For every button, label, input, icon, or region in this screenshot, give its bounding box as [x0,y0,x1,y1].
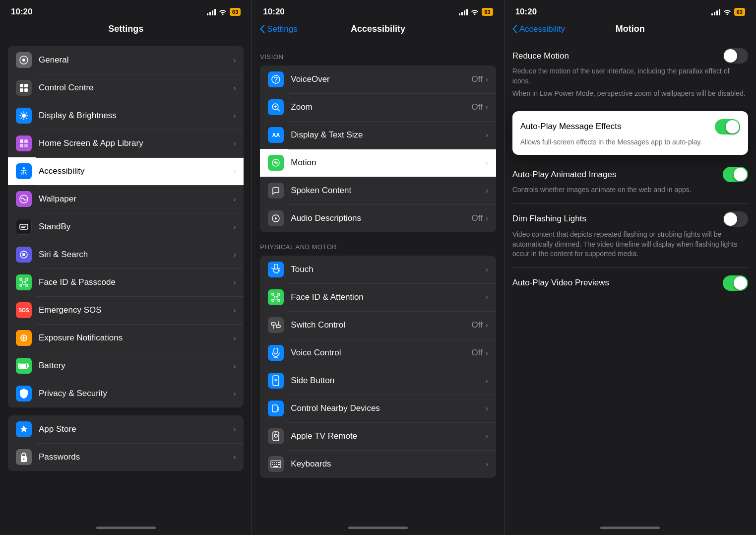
signal-icon-1 [207,8,216,15]
battery-2: 63 [482,8,493,16]
status-icons-3: 63 [711,8,745,16]
nav-bar-3: Accessibility Motion [504,20,756,40]
keyboards-chevron: › [486,460,488,468]
row-voice-control[interactable]: Voice Control Off › [260,339,496,367]
svg-rect-37 [272,299,274,301]
svg-point-1 [22,59,25,62]
dim-flashing-toggle[interactable] [723,211,748,227]
svg-rect-8 [24,139,28,143]
physical-group: Touch › Face ID & Attention › Switch Con… [260,256,496,478]
switch-control-chevron: › [486,321,488,329]
home-indicator-1 [0,520,252,535]
audio-desc-label: Audio Descriptions [291,213,471,223]
status-time-2: 10:20 [263,7,284,17]
zoom-value: Off [472,102,483,112]
row-audio-desc[interactable]: Audio Descriptions Off › [260,204,496,232]
row-touch[interactable]: Touch › [260,256,496,283]
battery-3: 63 [734,8,745,16]
row-emergency-sos[interactable]: SOS Emergency SOS › [8,296,244,324]
row-motion-highlighted[interactable]: Motion › [260,149,496,177]
svg-point-6 [22,114,26,118]
row-exposure[interactable]: Exposure Notifications › [8,324,244,352]
row-control-centre[interactable]: Control Centre › [8,74,244,102]
home-indicator-3 [504,520,756,535]
row-general[interactable]: General › [8,46,244,74]
standby-label: StandBy [39,222,234,232]
svg-point-51 [274,434,277,437]
dim-flashing-header: Dim Flashing Lights [512,211,748,227]
apple-tv-chevron: › [486,432,488,440]
app-store-label: App Store [39,424,234,434]
svg-rect-38 [278,299,280,301]
row-control-nearby[interactable]: Control Nearby Devices › [260,395,496,422]
vision-header: VISION [252,44,504,64]
svg-rect-20 [20,284,22,286]
exposure-label: Exposure Notifications [39,333,234,343]
control-nearby-icon [268,401,284,416]
row-spoken-content[interactable]: Spoken Content › [260,177,496,204]
row-battery[interactable]: Battery › [8,352,244,380]
row-apple-tv[interactable]: Apple TV Remote › [260,422,496,450]
row-siri[interactable]: Siri & Search › [8,241,244,268]
back-button-3[interactable]: Accessibility [512,24,566,34]
home-bar-2 [348,527,408,529]
auto-play-animated-header: Auto-Play Animated Images [512,167,748,182]
auto-play-message-card: Auto-Play Message Effects Allows full-sc… [512,111,748,155]
emergency-label: Emergency SOS [39,305,234,315]
row-accessibility[interactable]: Accessibility › [8,157,244,185]
svg-rect-35 [272,293,274,295]
auto-play-message-toggle[interactable] [715,119,740,134]
motion-label-acc: Motion [291,158,486,168]
svg-rect-14 [21,226,26,227]
row-privacy[interactable]: Privacy & Security › [8,380,244,407]
status-bar-2: 10:20 63 [252,0,504,20]
dim-flashing-item: Dim Flashing Lights Video content that d… [512,203,748,268]
motion-chevron: › [486,159,488,167]
reduce-motion-toggle[interactable] [723,48,748,64]
dim-flashing-thumb [724,212,737,226]
wallpaper-chevron: › [234,195,236,203]
row-display-text[interactable]: AA Display & Text Size › [260,121,496,149]
reduce-motion-item: Reduce Motion Reduce the motion of the u… [512,40,748,107]
motion-icon [268,155,284,171]
svg-rect-9 [20,144,23,147]
auto-play-animated-toggle[interactable] [723,167,748,182]
switch-control-value: Off [472,320,483,330]
switch-control-icon [268,317,284,333]
audio-desc-icon [268,210,284,226]
svg-rect-45 [274,348,278,354]
touch-icon [268,262,284,277]
siri-icon [16,247,32,263]
keyboards-icon [268,456,284,472]
privacy-chevron: › [234,390,236,398]
back-label-3: Accessibility [519,24,566,34]
row-passwords[interactable]: Passwords › [8,443,244,471]
row-display[interactable]: Display & Brightness › [8,102,244,130]
physical-header: PHYSICAL AND MOTOR [252,234,504,254]
accessibility-label: Accessibility [39,166,234,176]
row-face-id[interactable]: Face ID & Passcode › [8,268,244,296]
voice-control-chevron: › [486,349,488,357]
auto-play-video-toggle[interactable] [723,275,748,291]
row-switch-control[interactable]: Switch Control Off › [260,311,496,339]
display-text-chevron: › [486,131,488,139]
row-wallpaper[interactable]: Wallpaper › [8,185,244,213]
side-button-icon [268,373,284,389]
svg-rect-13 [20,224,28,229]
spoken-content-label: Spoken Content [291,186,486,196]
row-home-screen[interactable]: Home Screen & App Library › [8,130,244,157]
row-keyboards[interactable]: Keyboards › [260,450,496,478]
row-voiceover[interactable]: VoiceOver Off › [260,66,496,93]
svg-rect-19 [26,278,28,280]
row-zoom[interactable]: Zoom Off › [260,93,496,121]
emergency-icon: SOS [16,302,32,318]
app-store-icon [16,421,32,437]
row-app-store[interactable]: App Store › [8,415,244,443]
row-side-button[interactable]: Side Button › [260,367,496,395]
row-standby[interactable]: StandBy › [8,213,244,241]
status-bar-1: 10:20 63 [0,0,252,20]
home-screen-icon [16,135,32,151]
back-button-2[interactable]: Settings [260,24,297,34]
row-face-id-att[interactable]: Face ID & Attention › [260,283,496,311]
auto-play-message-header: Auto-Play Message Effects [520,119,740,134]
